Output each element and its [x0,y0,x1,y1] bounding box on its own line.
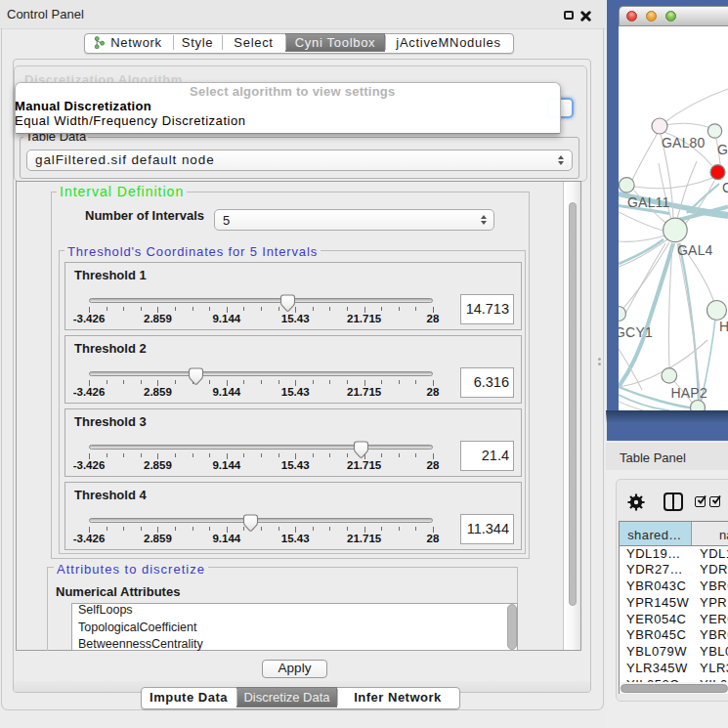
svg-text:GAL11: GAL11 [627,194,670,210]
svg-text:GAL80: GAL80 [662,135,706,150]
svg-text:H: H [719,319,728,334]
svg-text:HAP2: HAP2 [671,385,707,401]
svg-text:GA: GA [717,142,728,157]
svg-text:GAL4: GAL4 [677,242,713,258]
svg-text:GCY1: GCY1 [619,324,653,340]
svg-text:C: C [722,180,728,195]
